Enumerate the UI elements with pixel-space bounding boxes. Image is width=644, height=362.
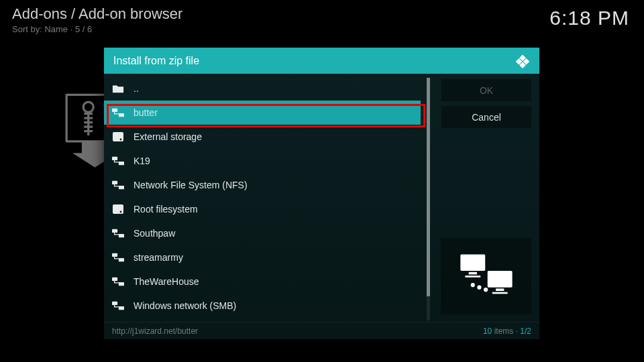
clock: 6:18 PM (549, 7, 629, 29)
svg-rect-22 (487, 271, 512, 288)
svg-point-28 (490, 290, 494, 294)
item-count-number: 10 (483, 326, 492, 336)
file-row-6[interactable]: Southpaw (104, 221, 421, 245)
network-share-icon (112, 107, 124, 118)
install-from-zip-dialog: Install from zip file ..butterExternal s… (104, 48, 539, 339)
sort-by-label: Sort by: Name · 5 / 6 (12, 24, 92, 34)
file-row-1[interactable]: butter (104, 101, 421, 125)
current-path: http://j1wizard.net/butter (112, 326, 483, 336)
svg-point-0 (83, 102, 93, 112)
svg-rect-19 (460, 255, 485, 272)
page-indicator: 1/2 (520, 326, 531, 336)
file-row-label: Network File System (NFS) (133, 180, 248, 190)
svg-rect-24 (492, 292, 507, 294)
disk-icon (112, 204, 124, 215)
file-list[interactable]: ..butterExternal storageK19Network File … (104, 76, 421, 320)
disk-icon (112, 131, 124, 142)
file-row-label: butter (133, 107, 158, 118)
svg-rect-17 (112, 302, 117, 305)
file-row-label: TheWareHouse (133, 276, 199, 287)
cancel-button[interactable]: Cancel (441, 106, 531, 128)
svg-point-26 (477, 286, 481, 290)
dialog-title: Install from zip file (113, 55, 515, 67)
file-row-5[interactable]: Root filesystem (104, 197, 421, 221)
item-count-word: items · (492, 326, 520, 336)
network-share-icon (112, 300, 124, 311)
file-row-9[interactable]: Windows network (SMB) (104, 294, 421, 318)
svg-rect-3 (113, 132, 123, 141)
svg-rect-7 (112, 181, 117, 184)
file-row-label: Windows network (SMB) (133, 300, 236, 311)
ok-button[interactable]: OK (441, 79, 531, 101)
dialog-body: ..butterExternal storageK19Network File … (104, 74, 539, 322)
preview-thumbnail (441, 238, 531, 314)
network-share-icon (112, 276, 124, 287)
network-share-icon (112, 156, 124, 166)
folder-up-icon (112, 83, 124, 94)
scroll-thumb[interactable] (427, 78, 430, 296)
svg-rect-23 (496, 288, 504, 291)
breadcrumb: Add-ons / Add-on browser (12, 5, 182, 23)
file-row-label: External storage (133, 131, 202, 142)
scrollbar[interactable] (427, 78, 430, 320)
dialog-sidebar: OK Cancel (431, 74, 539, 322)
svg-rect-13 (112, 253, 117, 257)
svg-rect-5 (112, 157, 117, 160)
svg-point-27 (484, 288, 488, 292)
network-share-icon (112, 180, 124, 190)
file-row-label: streamarmy (133, 252, 183, 263)
file-row-label: Southpaw (133, 228, 175, 239)
file-row-0[interactable]: .. (104, 76, 421, 101)
file-row-label: Root filesystem (133, 204, 198, 215)
dialog-titlebar: Install from zip file (104, 48, 539, 74)
svg-point-4 (120, 139, 122, 141)
svg-rect-15 (112, 278, 117, 281)
svg-rect-1 (112, 109, 117, 112)
file-row-7[interactable]: streamarmy (104, 245, 421, 269)
network-share-icon (112, 228, 124, 239)
svg-rect-9 (113, 204, 123, 214)
file-row-label: K19 (133, 156, 150, 166)
kodi-logo-icon (515, 54, 530, 68)
screen: Add-ons / Add-on browser Sort by: Name ·… (0, 0, 644, 362)
file-row-4[interactable]: Network File System (NFS) (104, 173, 421, 197)
file-row-3[interactable]: K19 (104, 149, 421, 173)
file-list-container: ..butterExternal storageK19Network File … (104, 74, 431, 322)
svg-rect-20 (468, 272, 476, 275)
file-row-8[interactable]: TheWareHouse (104, 269, 421, 294)
file-row-label: .. (133, 83, 139, 94)
dialog-footer: http://j1wizard.net/butter 10 items · 1/… (104, 322, 539, 339)
svg-rect-11 (112, 229, 117, 233)
network-share-icon (112, 252, 124, 263)
svg-point-25 (470, 283, 474, 287)
svg-rect-21 (465, 276, 480, 278)
item-count: 10 items · 1/2 (483, 326, 531, 336)
file-row-2[interactable]: External storage (104, 125, 421, 149)
svg-point-10 (120, 211, 122, 213)
